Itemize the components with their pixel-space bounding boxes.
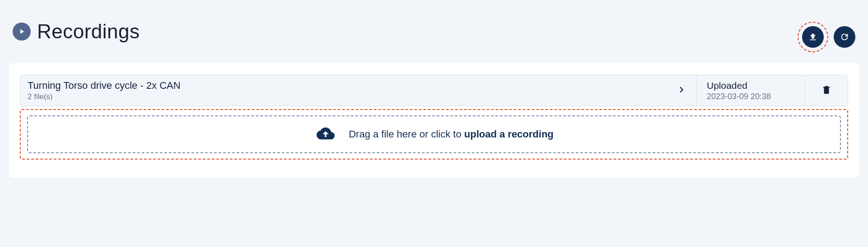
refresh-button[interactable]	[834, 26, 855, 48]
uploaded-cell: Uploaded 2023-03-09 20:38	[696, 75, 805, 106]
uploaded-label: Uploaded	[707, 80, 795, 91]
upload-dropzone[interactable]: Drag a file here or click to upload a re…	[27, 115, 841, 153]
refresh-icon	[840, 32, 849, 42]
delete-recording-button[interactable]	[805, 75, 848, 106]
play-circle-icon	[13, 23, 31, 41]
recording-row: Turning Torso drive cycle - 2x CAN 2 fil…	[20, 75, 848, 106]
upload-icon	[808, 32, 818, 42]
uploaded-timestamp: 2023-03-09 20:38	[707, 92, 795, 101]
upload-button[interactable]	[802, 26, 824, 48]
recording-expand[interactable]: Turning Torso drive cycle - 2x CAN 2 fil…	[20, 75, 696, 106]
file-count: 2 file(s)	[28, 92, 181, 101]
chevron-right-icon	[676, 84, 687, 97]
page-title: Recordings	[37, 20, 140, 43]
upload-emphasis-ring	[798, 22, 828, 52]
content-panel: Turning Torso drive cycle - 2x CAN 2 fil…	[9, 63, 859, 178]
header-actions	[798, 22, 855, 52]
dropzone-emphasis-ring: Drag a file here or click to upload a re…	[20, 109, 848, 160]
recording-info: Turning Torso drive cycle - 2x CAN 2 fil…	[28, 80, 181, 101]
page-header: Recordings	[0, 0, 868, 59]
dropzone-strong: upload a recording	[464, 128, 554, 140]
dropzone-text: Drag a file here or click to upload a re…	[349, 128, 554, 140]
title-wrap: Recordings	[13, 20, 140, 43]
trash-icon	[821, 84, 831, 97]
recording-name: Turning Torso drive cycle - 2x CAN	[28, 80, 181, 91]
dropzone-prefix: Drag a file here or click to	[349, 128, 464, 140]
cloud-upload-icon	[314, 124, 337, 144]
